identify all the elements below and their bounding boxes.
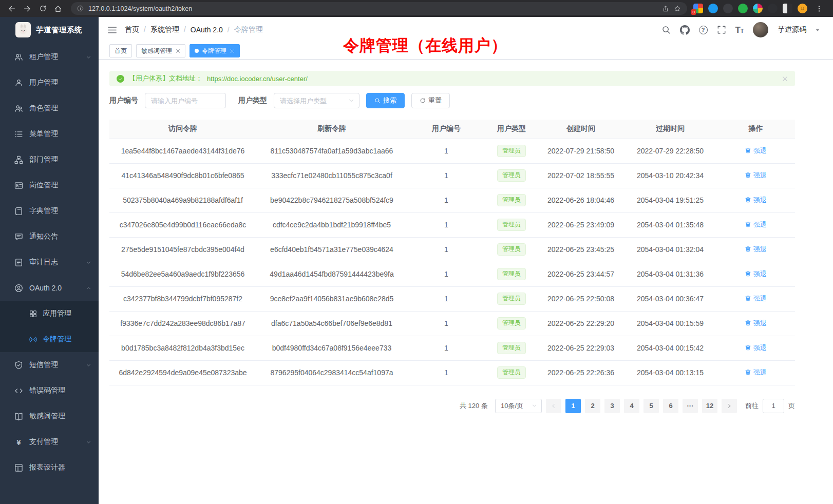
user-type-cell: 管理员 xyxy=(485,336,538,360)
force-logout-button[interactable]: 强退 xyxy=(745,196,767,205)
next-page-button[interactable] xyxy=(722,399,737,413)
sidebar-item-dept[interactable]: 部门管理 xyxy=(0,147,99,172)
sidebar-item-role[interactable]: 角色管理 xyxy=(0,95,99,121)
user-id-input[interactable] xyxy=(145,93,226,108)
tab-token[interactable]: 令牌管理 xyxy=(190,44,240,57)
sidebar-item-oauth2[interactable]: OAuth 2.0 xyxy=(0,275,99,301)
token-table: 访问令牌 刷新令牌 用户编号 用户类型 创建时间 过期时间 操作 1ea5e44… xyxy=(109,120,795,385)
force-logout-button[interactable]: 强退 xyxy=(745,245,767,254)
app-logo: 芋道管理系统 xyxy=(0,17,99,43)
collapse-sidebar-icon[interactable] xyxy=(99,25,125,35)
tab-sensitive-word[interactable]: 敏感词管理 xyxy=(136,44,185,57)
help-icon[interactable] xyxy=(699,26,708,34)
sidebar-item-sensitive-word[interactable]: 敏感词管理 xyxy=(0,403,99,429)
browser-menu-icon[interactable] xyxy=(812,2,826,15)
sidebar-item-post[interactable]: 岗位管理 xyxy=(0,172,99,198)
user-avatar[interactable] xyxy=(753,22,768,37)
force-logout-button[interactable]: 强退 xyxy=(745,343,767,353)
fullscreen-icon[interactable] xyxy=(717,25,726,34)
extension-icon[interactable]: 0 xyxy=(693,4,703,13)
sidebar-item-report-designer[interactable]: 报表设计器 xyxy=(0,455,99,480)
sidebar-item-menu[interactable]: 菜单管理 xyxy=(0,121,99,147)
github-icon[interactable] xyxy=(680,25,690,35)
reset-button[interactable]: 重置 xyxy=(411,93,450,108)
user-type-badge: 管理员 xyxy=(497,293,526,305)
force-logout-button[interactable]: 强退 xyxy=(745,294,767,303)
sidebar-item-label: 审计日志 xyxy=(29,258,80,267)
sidebar-item-dict[interactable]: 字典管理 xyxy=(0,198,99,224)
extension-icon[interactable] xyxy=(753,4,763,13)
user-type-select[interactable] xyxy=(274,93,359,108)
page-button[interactable]: 5 xyxy=(643,399,659,413)
sidebar-item-oauth-app[interactable]: 应用管理 xyxy=(0,301,99,326)
breadcrumb-item[interactable]: OAuth 2.0 xyxy=(191,26,230,34)
back-icon[interactable] xyxy=(5,2,18,15)
breadcrumb: 首页 系统管理 OAuth 2.0 令牌管理 xyxy=(125,25,263,34)
sidebar-item-user[interactable]: 用户管理 xyxy=(0,70,99,95)
page-button[interactable]: 1 xyxy=(565,399,581,413)
sidebar-item-errorcode[interactable]: 错误码管理 xyxy=(0,378,99,403)
browser-profile-avatar[interactable] xyxy=(798,4,807,13)
force-logout-button[interactable]: 强退 xyxy=(745,220,767,229)
reload-icon[interactable] xyxy=(36,2,49,15)
sidebar-item-notice[interactable]: 通知公告 xyxy=(0,224,99,249)
extension-icon[interactable] xyxy=(723,4,733,13)
more-pages-button[interactable]: ··· xyxy=(683,399,698,413)
close-icon[interactable] xyxy=(175,48,180,53)
page-button[interactable]: 12 xyxy=(702,399,717,413)
sidebar-item-tenant[interactable]: 租户管理 xyxy=(0,44,99,70)
refresh-token-cell: cdfc4ce9c2da4bb1bdf21b9918ff4be5 xyxy=(256,212,407,237)
doc-link[interactable]: https://doc.iocoder.cn/user-center/ xyxy=(207,75,308,83)
sidebar-item-pay[interactable]: 支付管理 xyxy=(0,429,99,455)
col-create-time: 创建时间 xyxy=(538,120,624,139)
home-icon[interactable] xyxy=(51,2,65,15)
extension-icon[interactable] xyxy=(783,4,792,13)
user-type-badge: 管理员 xyxy=(497,219,526,231)
force-logout-button[interactable]: 强退 xyxy=(745,269,767,279)
font-size-icon[interactable] xyxy=(735,26,744,34)
goto-page-input[interactable] xyxy=(763,399,784,413)
forward-icon[interactable] xyxy=(21,2,34,15)
address-bar[interactable]: 127.0.0.1:1024/system/oauth2/token xyxy=(71,2,687,15)
page-size-select[interactable]: 10条/页 xyxy=(495,399,542,413)
table-header-row: 访问令牌 刷新令牌 用户编号 用户类型 创建时间 过期时间 操作 xyxy=(109,120,795,139)
force-logout-button[interactable]: 强退 xyxy=(745,146,767,156)
breadcrumb-item[interactable]: 系统管理 xyxy=(150,25,186,34)
close-icon[interactable] xyxy=(782,76,788,82)
sidebar-item-oauth-token[interactable]: 令牌管理 xyxy=(0,326,99,352)
expire-time-cell: 2054-03-04 00:15:59 xyxy=(624,311,716,336)
user-dropdown-caret-icon[interactable] xyxy=(816,29,820,31)
prev-page-button[interactable] xyxy=(546,399,561,413)
page-button[interactable]: 4 xyxy=(624,399,639,413)
site-info-icon[interactable] xyxy=(77,5,84,12)
force-logout-button[interactable]: 强退 xyxy=(745,368,767,377)
force-logout-button[interactable]: 强退 xyxy=(745,319,767,328)
search-button[interactable]: 搜索 xyxy=(366,93,405,108)
sidebar-item-audit-log[interactable]: 审计日志 xyxy=(0,249,99,275)
user-type-badge: 管理员 xyxy=(497,317,526,329)
page-button[interactable]: 3 xyxy=(604,399,620,413)
user-type-select-input[interactable] xyxy=(280,97,348,105)
sidebar-item-sms[interactable]: 短信管理 xyxy=(0,352,99,378)
refresh-token-cell: 811c530487574fa0af1a59d3abc1aa66 xyxy=(256,139,407,163)
user-type-cell: 管理员 xyxy=(485,212,538,237)
tab-home[interactable]: 首页 xyxy=(109,44,132,57)
extension-icon[interactable] xyxy=(768,4,778,13)
page-button[interactable]: 6 xyxy=(663,399,678,413)
refresh-token-cell: be90422b8c7946218275a508bf524fc9 xyxy=(256,188,407,212)
extension-icon[interactable] xyxy=(708,4,718,13)
username[interactable]: 芋道源码 xyxy=(778,25,806,34)
extension-icon[interactable] xyxy=(738,4,748,13)
expire-time-cell: 2054-03-04 01:35:48 xyxy=(624,212,716,237)
breadcrumb-item[interactable]: 首页 xyxy=(125,25,146,34)
page-button[interactable]: 2 xyxy=(585,399,600,413)
app-title: 芋道管理系统 xyxy=(36,25,82,35)
force-logout-button[interactable]: 强退 xyxy=(745,171,767,180)
bookmark-star-icon[interactable] xyxy=(674,5,681,12)
create-time-cell: 2022-06-25 22:29:03 xyxy=(538,336,624,360)
post-icon xyxy=(14,181,23,190)
close-icon[interactable] xyxy=(230,48,235,53)
search-icon[interactable] xyxy=(661,25,671,34)
col-expire-time: 过期时间 xyxy=(624,120,716,139)
share-icon[interactable] xyxy=(662,5,669,12)
